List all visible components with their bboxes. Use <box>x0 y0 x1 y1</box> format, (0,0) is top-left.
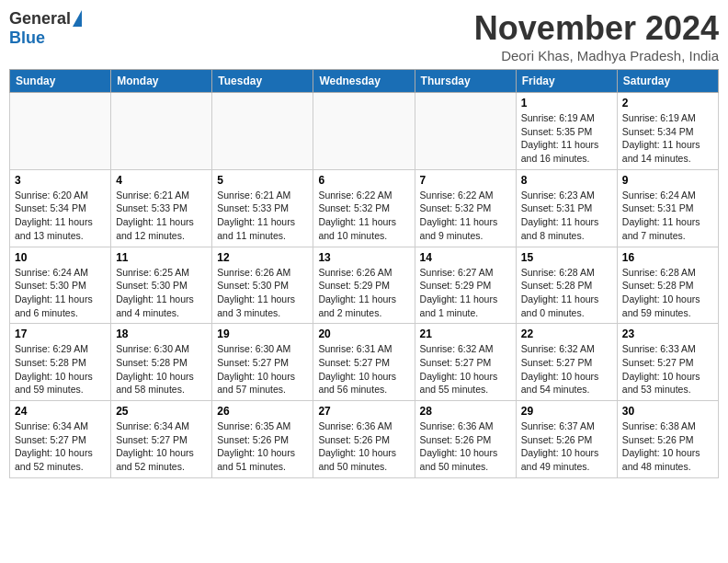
calendar-cell: 28Sunrise: 6:36 AM Sunset: 5:26 PM Dayli… <box>415 401 516 478</box>
calendar-cell: 8Sunrise: 6:23 AM Sunset: 5:31 PM Daylig… <box>516 169 617 247</box>
day-number: 13 <box>318 251 409 264</box>
day-info: Sunrise: 6:36 AM Sunset: 5:26 PM Dayligh… <box>318 419 409 474</box>
day-info: Sunrise: 6:32 AM Sunset: 5:27 PM Dayligh… <box>420 342 511 396</box>
page-header: General Blue November 2024 Deori Khas, M… <box>9 9 719 63</box>
calendar-cell: 18Sunrise: 6:30 AM Sunset: 5:28 PM Dayli… <box>111 324 212 401</box>
day-info: Sunrise: 6:37 AM Sunset: 5:26 PM Dayligh… <box>521 419 612 474</box>
day-number: 18 <box>116 327 207 340</box>
weekday-header-saturday: Saturday <box>617 70 718 93</box>
week-row-3: 10Sunrise: 6:24 AM Sunset: 5:30 PM Dayli… <box>10 247 719 324</box>
weekday-header-thursday: Thursday <box>415 70 516 93</box>
day-info: Sunrise: 6:24 AM Sunset: 5:30 PM Dayligh… <box>15 266 106 320</box>
calendar-cell: 3Sunrise: 6:20 AM Sunset: 5:34 PM Daylig… <box>10 169 111 247</box>
weekday-header-tuesday: Tuesday <box>212 70 313 93</box>
day-info: Sunrise: 6:29 AM Sunset: 5:28 PM Dayligh… <box>15 342 106 396</box>
calendar-cell: 16Sunrise: 6:28 AM Sunset: 5:28 PM Dayli… <box>617 247 718 324</box>
calendar-cell: 12Sunrise: 6:26 AM Sunset: 5:30 PM Dayli… <box>212 247 313 324</box>
weekday-header-monday: Monday <box>111 70 212 93</box>
day-number: 19 <box>217 327 308 340</box>
calendar-cell <box>10 93 111 170</box>
day-info: Sunrise: 6:31 AM Sunset: 5:27 PM Dayligh… <box>318 342 409 396</box>
day-number: 3 <box>15 174 106 187</box>
calendar-cell: 23Sunrise: 6:33 AM Sunset: 5:27 PM Dayli… <box>617 324 718 401</box>
day-info: Sunrise: 6:20 AM Sunset: 5:34 PM Dayligh… <box>15 189 106 243</box>
day-info: Sunrise: 6:23 AM Sunset: 5:31 PM Dayligh… <box>521 189 612 243</box>
logo: General Blue <box>9 9 82 48</box>
day-number: 28 <box>420 405 511 418</box>
weekday-header-friday: Friday <box>516 70 617 93</box>
day-info: Sunrise: 6:19 AM Sunset: 5:35 PM Dayligh… <box>521 111 612 166</box>
calendar-cell: 9Sunrise: 6:24 AM Sunset: 5:31 PM Daylig… <box>617 169 718 247</box>
day-info: Sunrise: 6:34 AM Sunset: 5:27 PM Dayligh… <box>116 419 207 474</box>
day-number: 23 <box>622 327 713 340</box>
day-number: 6 <box>318 174 409 187</box>
day-number: 21 <box>420 327 511 340</box>
weekday-header-row: SundayMondayTuesdayWednesdayThursdayFrid… <box>10 70 719 93</box>
day-number: 12 <box>217 251 308 264</box>
day-info: Sunrise: 6:22 AM Sunset: 5:32 PM Dayligh… <box>318 189 409 243</box>
calendar-cell: 1Sunrise: 6:19 AM Sunset: 5:35 PM Daylig… <box>516 93 617 170</box>
day-info: Sunrise: 6:26 AM Sunset: 5:29 PM Dayligh… <box>318 266 409 320</box>
day-info: Sunrise: 6:22 AM Sunset: 5:32 PM Dayligh… <box>420 189 511 243</box>
day-info: Sunrise: 6:24 AM Sunset: 5:31 PM Dayligh… <box>622 189 713 243</box>
day-number: 24 <box>15 405 106 418</box>
weekday-header-wednesday: Wednesday <box>313 70 415 93</box>
week-row-5: 24Sunrise: 6:34 AM Sunset: 5:27 PM Dayli… <box>10 401 719 478</box>
calendar-cell: 29Sunrise: 6:37 AM Sunset: 5:26 PM Dayli… <box>516 401 617 478</box>
calendar-cell: 27Sunrise: 6:36 AM Sunset: 5:26 PM Dayli… <box>313 401 415 478</box>
day-number: 29 <box>521 405 612 418</box>
calendar-cell <box>313 93 415 170</box>
calendar-cell: 19Sunrise: 6:30 AM Sunset: 5:27 PM Dayli… <box>212 324 313 401</box>
day-number: 1 <box>521 97 612 109</box>
day-info: Sunrise: 6:33 AM Sunset: 5:27 PM Dayligh… <box>622 342 713 396</box>
day-info: Sunrise: 6:32 AM Sunset: 5:27 PM Dayligh… <box>521 342 612 396</box>
day-number: 10 <box>15 251 106 264</box>
day-info: Sunrise: 6:34 AM Sunset: 5:27 PM Dayligh… <box>15 419 106 474</box>
calendar-cell: 30Sunrise: 6:38 AM Sunset: 5:26 PM Dayli… <box>617 401 718 478</box>
calendar-cell <box>212 93 313 170</box>
week-row-1: 1Sunrise: 6:19 AM Sunset: 5:35 PM Daylig… <box>10 93 719 170</box>
day-number: 30 <box>622 405 713 418</box>
day-number: 11 <box>116 251 207 264</box>
day-info: Sunrise: 6:21 AM Sunset: 5:33 PM Dayligh… <box>217 189 308 243</box>
day-info: Sunrise: 6:27 AM Sunset: 5:29 PM Dayligh… <box>420 266 511 320</box>
location-text: Deori Khas, Madhya Pradesh, India <box>474 48 719 63</box>
day-info: Sunrise: 6:35 AM Sunset: 5:26 PM Dayligh… <box>217 419 308 474</box>
calendar-cell: 10Sunrise: 6:24 AM Sunset: 5:30 PM Dayli… <box>10 247 111 324</box>
logo-general-text: General <box>9 9 71 29</box>
day-info: Sunrise: 6:26 AM Sunset: 5:30 PM Dayligh… <box>217 266 308 320</box>
calendar-cell: 17Sunrise: 6:29 AM Sunset: 5:28 PM Dayli… <box>10 324 111 401</box>
calendar-cell: 11Sunrise: 6:25 AM Sunset: 5:30 PM Dayli… <box>111 247 212 324</box>
day-number: 27 <box>318 405 409 418</box>
day-number: 2 <box>622 97 713 109</box>
calendar-cell: 5Sunrise: 6:21 AM Sunset: 5:33 PM Daylig… <box>212 169 313 247</box>
calendar-cell: 22Sunrise: 6:32 AM Sunset: 5:27 PM Dayli… <box>516 324 617 401</box>
day-number: 15 <box>521 251 612 264</box>
day-info: Sunrise: 6:28 AM Sunset: 5:28 PM Dayligh… <box>622 266 713 320</box>
calendar-cell: 7Sunrise: 6:22 AM Sunset: 5:32 PM Daylig… <box>415 169 516 247</box>
calendar-cell: 2Sunrise: 6:19 AM Sunset: 5:34 PM Daylig… <box>617 93 718 170</box>
week-row-2: 3Sunrise: 6:20 AM Sunset: 5:34 PM Daylig… <box>10 169 719 247</box>
day-number: 7 <box>420 174 511 187</box>
day-number: 17 <box>15 327 106 340</box>
day-info: Sunrise: 6:36 AM Sunset: 5:26 PM Dayligh… <box>420 419 511 474</box>
calendar-cell: 24Sunrise: 6:34 AM Sunset: 5:27 PM Dayli… <box>10 401 111 478</box>
day-number: 20 <box>318 327 409 340</box>
day-number: 8 <box>521 174 612 187</box>
month-title: November 2024 <box>474 9 719 48</box>
day-info: Sunrise: 6:38 AM Sunset: 5:26 PM Dayligh… <box>622 419 713 474</box>
calendar-cell: 21Sunrise: 6:32 AM Sunset: 5:27 PM Dayli… <box>415 324 516 401</box>
day-number: 4 <box>116 174 207 187</box>
day-info: Sunrise: 6:30 AM Sunset: 5:28 PM Dayligh… <box>116 342 207 396</box>
calendar-cell: 20Sunrise: 6:31 AM Sunset: 5:27 PM Dayli… <box>313 324 415 401</box>
calendar-cell: 15Sunrise: 6:28 AM Sunset: 5:28 PM Dayli… <box>516 247 617 324</box>
calendar-table: SundayMondayTuesdayWednesdayThursdayFrid… <box>9 69 719 478</box>
calendar-cell <box>415 93 516 170</box>
title-section: November 2024 Deori Khas, Madhya Pradesh… <box>474 9 719 63</box>
calendar-cell: 14Sunrise: 6:27 AM Sunset: 5:29 PM Dayli… <box>415 247 516 324</box>
calendar-cell: 13Sunrise: 6:26 AM Sunset: 5:29 PM Dayli… <box>313 247 415 324</box>
day-info: Sunrise: 6:21 AM Sunset: 5:33 PM Dayligh… <box>116 189 207 243</box>
day-info: Sunrise: 6:28 AM Sunset: 5:28 PM Dayligh… <box>521 266 612 320</box>
day-number: 26 <box>217 405 308 418</box>
weekday-header-sunday: Sunday <box>10 70 111 93</box>
